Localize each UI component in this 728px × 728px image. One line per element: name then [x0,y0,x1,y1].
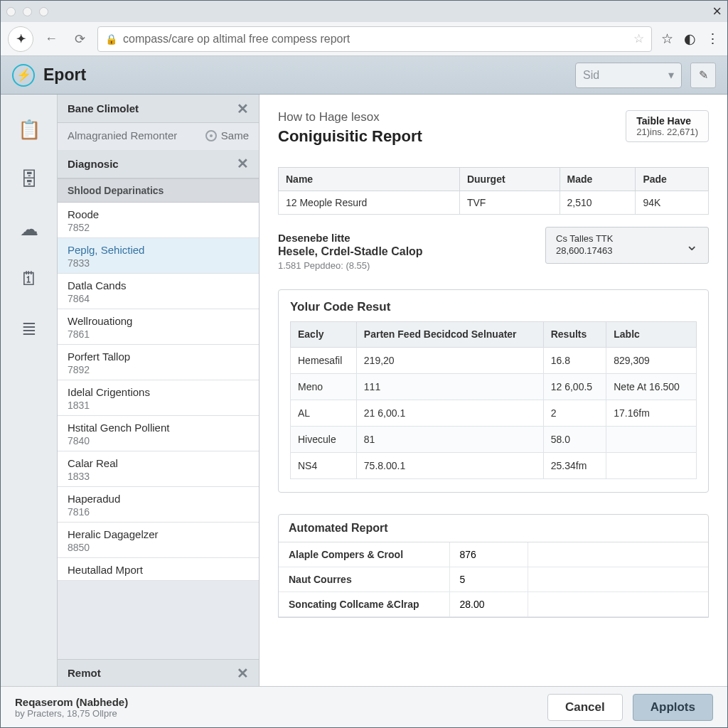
cs-dropdown-line1: Cs Talles TTK [556,233,613,245]
cs-dropdown[interactable]: Cs Talles TTK 28,600.17463 ⌄ [545,227,709,264]
table-cell: 17.16fm [606,400,697,426]
back-button[interactable]: ← [41,28,62,50]
table-header: Made [560,168,636,191]
list-item-name: Wellrouationg [68,315,249,327]
lock-icon: 🔒 [105,33,117,45]
traffic-min[interactable] [23,7,32,16]
rail-clipboard-icon[interactable]: 📋 [17,117,41,141]
list-item[interactable]: Datla Cands7864 [58,274,259,309]
traffic-lights [6,7,48,16]
table-cell: Nete At 16.500 [606,373,697,400]
table-cell: 58.0 [543,426,606,452]
list-item-code: 1831 [68,400,249,411]
automated-report-table: Alaple Compers & Crool876Naut Courres5So… [279,542,708,617]
rail-briefcase-icon[interactable]: 🗄 [17,167,41,191]
url-text: compass/care op altimal free compess rep… [123,33,350,46]
list-item-code: 7840 [68,435,249,446]
cancel-button[interactable]: Cancel [547,694,623,721]
table-cell: 876 [449,542,528,567]
table-cell: 28.00 [449,592,528,616]
account-icon[interactable]: ◐ [682,31,697,47]
table-cell [606,452,697,478]
traffic-max[interactable] [39,7,48,16]
list-item[interactable]: Haperadud7816 [58,487,259,523]
table-cell: 2,510 [560,191,636,215]
code-result-panel: Yolur Code Resut EaclyParten Feed Becidc… [278,289,709,493]
list-item-code: 7864 [68,293,249,304]
table-header: Duurget [459,168,560,191]
bookmark-icon[interactable]: ☆ [659,31,675,47]
panel-section-1-close-icon[interactable]: ✕ [237,100,249,117]
app-title: Eport [43,65,86,85]
table-cell [528,567,708,592]
list-item-code: 7861 [68,328,249,340]
main-content: How to Hage lesox Coniguisitic Report Ta… [259,95,727,686]
list-item[interactable]: Hstital Gench Pollient7840 [58,416,259,451]
header-selector[interactable]: Sid ▾ [575,63,682,88]
rail-list-icon[interactable]: ≣ [17,316,41,341]
table-row: Hemesafil219,2016.8829,309 [291,347,697,373]
list-item[interactable]: Peplg, Sehictied7833 [58,238,259,274]
table-cell: 12 Meople Resurd [279,191,460,215]
side-panel: Bane Climolet ✕ Almagranied Remonter Sam… [58,95,259,686]
footer-bar: Reqaserom (Nabhede) by Practers, 18,75 O… [1,686,727,727]
panel-section-1-sub: Almagranied Remonter Same [58,123,259,150]
list-item[interactable]: Idelal Crigentions1831 [58,380,259,416]
list-item-name: Heutallad Mport [68,564,249,576]
traffic-close[interactable] [6,7,16,16]
app-home-button[interactable]: ✦ [8,26,33,52]
same-label: Same [221,129,249,143]
header-selector-text: Sid [583,69,599,82]
table-row: Soncating Collcame &Clrap28.00 [279,592,708,616]
table-cell: 5 [449,567,528,592]
address-bar[interactable]: 🔒 compass/care op altimal free compess r… [97,26,652,52]
edit-button[interactable]: ✎ [690,63,716,88]
automated-report-panel: Automated Report Alaple Compers & Crool8… [278,514,709,618]
apply-button[interactable]: Applots [633,694,713,721]
list-item-name: Peplg, Sehictied [68,244,249,256]
reload-button[interactable]: ⟳ [69,28,90,50]
list-item[interactable]: Calar Real1833 [58,451,259,487]
list-item-code: 7833 [68,257,249,269]
table-cell: Meno [291,373,357,400]
table-header: Eacly [291,322,357,348]
rail-calendar-icon[interactable]: 🗓 [17,267,41,291]
list-item-name: Calar Real [68,457,249,469]
list-item[interactable]: Wellrouationg7861 [58,309,259,345]
table-header: Parten Feed Becidcod Selnuater [356,322,543,348]
table-cell: Hemesafil [291,347,357,373]
table-cell: 81 [356,426,543,452]
bookmark-inline-icon[interactable]: ☆ [633,31,644,46]
table-cell: Alaple Compers & Crool [279,542,449,567]
table-row: Meno11112 6,00.5Nete At 16.500 [291,373,697,400]
apply-button-label: Applots [651,700,695,714]
panel-section-2-close-icon[interactable]: ✕ [237,155,249,172]
table-have-value: 21)ins. 22,671) [636,127,698,137]
table-cell: 12 6,00.5 [543,373,606,400]
code-result-table: EaclyParten Feed Becidcod SelnuaterResul… [290,321,697,479]
table-cell: 94K [636,191,709,215]
same-toggle[interactable]: Same [205,129,249,143]
table-header: Lablc [606,322,697,348]
diagnostic-list[interactable]: Shlood Deparinatics Roode7852Peplg, Sehi… [58,179,259,660]
panel-section-1-header: Bane Climolet ✕ [58,95,259,123]
list-item-code: 1833 [68,471,249,482]
rail-cloud-icon[interactable]: ☁ [17,217,41,241]
panel-section-3-header: Remot ✕ [58,659,259,686]
table-row: Hivecule8158.0 [291,426,697,452]
list-item[interactable]: Heralic Dagagelzer8850 [58,523,259,558]
list-item[interactable]: Roode7852 [58,203,259,238]
menu-icon[interactable]: ⋮ [705,31,720,47]
table-header: Results [543,322,606,348]
panel-section-3-close-icon[interactable]: ✕ [237,665,249,682]
list-item[interactable]: Heutallad Mport [58,558,259,581]
panel-section-2-header: Diagnosic ✕ [58,150,259,178]
table-header: Name [279,168,460,191]
list-item-code: 7892 [68,364,249,375]
window-close-icon[interactable]: × [712,2,722,21]
cs-dropdown-line2: 28,600.17463 [556,245,613,257]
list-item[interactable]: Porfert Tallop7892 [58,345,259,380]
list-item-name: Roode [68,208,249,220]
list-item-code: 7852 [68,222,249,233]
list-item-code: 8850 [68,542,249,553]
